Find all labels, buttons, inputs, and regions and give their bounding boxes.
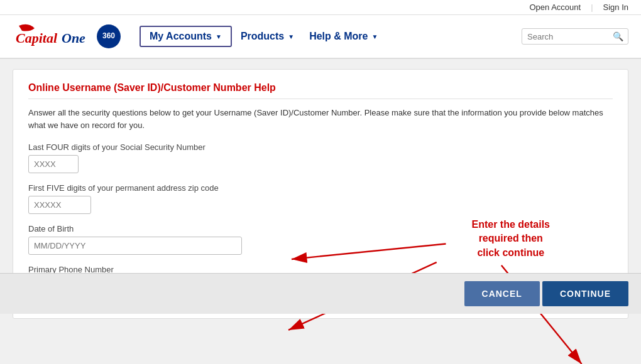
continue-button[interactable]: CONTINUE <box>542 281 628 306</box>
my-accounts-arrow: ▼ <box>216 33 222 40</box>
zip-label: First FIVE digits of your permanent addr… <box>28 183 242 193</box>
divider: | <box>591 3 593 12</box>
ssn-label: Last FOUR digits of your Social Security… <box>28 142 242 152</box>
products-nav[interactable]: Products ▼ <box>234 27 300 46</box>
open-account-link[interactable]: Open Account <box>529 3 581 12</box>
dob-label: Date of Birth <box>28 224 242 233</box>
ssn-input[interactable] <box>28 155 79 173</box>
search-input[interactable] <box>527 32 609 41</box>
logo: Capital One 360 <box>13 21 121 52</box>
dob-input[interactable] <box>28 237 242 255</box>
form-title: Online Username (Saver ID)/Customer Numb… <box>28 82 613 99</box>
annotation-text: Enter the detailsrequired thenclick cont… <box>472 218 550 260</box>
help-more-nav[interactable]: Help & More ▼ <box>303 27 384 46</box>
products-arrow: ▼ <box>288 33 294 40</box>
zip-group: First FIVE digits of your permanent addr… <box>28 183 242 214</box>
my-accounts-nav[interactable]: My Accounts ▼ <box>140 26 232 47</box>
zip-input[interactable] <box>28 196 91 214</box>
ssn-group: Last FOUR digits of your Social Security… <box>28 142 242 173</box>
svg-text:Capital: Capital <box>16 30 58 46</box>
cancel-button[interactable]: CANCEL <box>464 281 540 306</box>
sign-in-link[interactable]: Sign In <box>603 3 628 12</box>
form-subtitle: Answer all the security questions below … <box>28 107 613 131</box>
logo-badge: 360 <box>97 24 121 48</box>
help-more-arrow: ▼ <box>371 33 378 40</box>
search-box: 🔍 <box>522 28 628 45</box>
svg-line-3 <box>292 244 446 259</box>
footer-buttons: CANCEL CONTINUE <box>0 273 641 314</box>
search-icon: 🔍 <box>613 31 623 41</box>
logo-svg: Capital One <box>13 21 94 52</box>
dob-group: Date of Birth <box>28 224 242 255</box>
svg-text:One: One <box>62 30 85 46</box>
